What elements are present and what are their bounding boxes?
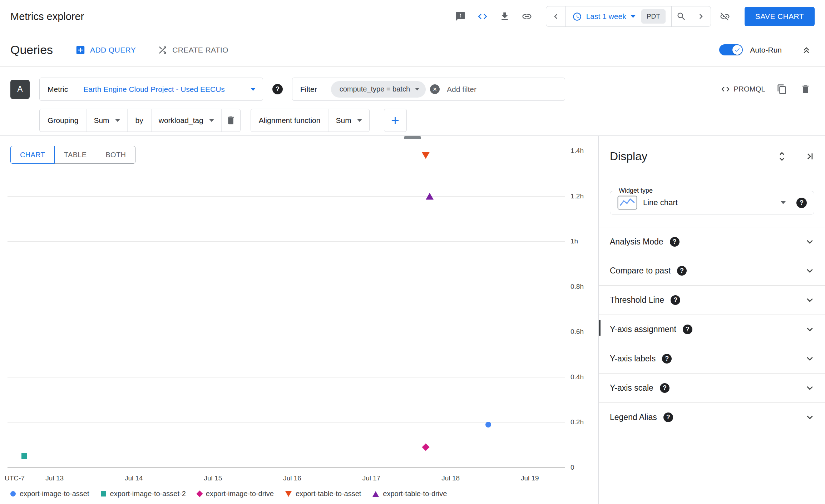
magnifier-icon[interactable] <box>672 6 691 26</box>
legend-item-export-image-to-asset-2[interactable]: export-image-to-asset-2 <box>101 490 186 498</box>
page-title: Metrics explorer <box>10 11 84 23</box>
time-next-button[interactable] <box>691 6 711 26</box>
x-axis-tick-label: Jul 15 <box>204 474 222 482</box>
tab-chart[interactable]: CHART <box>10 146 55 164</box>
help-icon[interactable] <box>670 237 680 247</box>
add-filter-input[interactable] <box>440 85 565 94</box>
save-chart-button[interactable]: SAVE CHART <box>745 7 815 26</box>
help-icon[interactable] <box>796 198 807 208</box>
link-off-icon[interactable] <box>717 8 733 25</box>
legend-label: export-image-to-drive <box>206 490 274 498</box>
y-axis-tick-label: 0.8h <box>570 283 584 291</box>
time-range-selector[interactable]: Last 1 week <box>566 6 639 26</box>
gridline <box>8 287 565 287</box>
alignment-select[interactable]: Sum <box>328 109 369 132</box>
x-axis-tick-label: Jul 16 <box>283 474 301 482</box>
help-icon[interactable] <box>663 412 673 422</box>
collapse-queries-icon[interactable] <box>798 42 815 58</box>
display-section-y-axis-scale[interactable]: Y-axis scale <box>599 374 825 403</box>
data-point-export-image-to-drive <box>422 443 429 451</box>
legend-item-export-table-to-asset[interactable]: export-table-to-asset <box>285 490 361 498</box>
triangle-up-marker-icon <box>372 491 379 497</box>
metric-value: Earth Engine Cloud Project - Used EECUs <box>83 85 225 94</box>
display-section-y-axis-assignment[interactable]: Y-axis assignment <box>599 315 825 344</box>
triangle-down-marker-icon <box>285 491 292 497</box>
display-section-y-axis-labels[interactable]: Y-axis labels <box>599 344 825 374</box>
help-icon[interactable] <box>683 325 692 334</box>
data-point-export-table-to-drive <box>426 193 434 199</box>
create-ratio-button[interactable]: CREATE RATIO <box>155 44 231 56</box>
tab-table[interactable]: TABLE <box>54 146 96 164</box>
display-panel-title: Display <box>610 150 647 163</box>
legend-item-export-table-to-drive[interactable]: export-table-to-drive <box>372 490 447 498</box>
square-marker-icon <box>101 491 106 496</box>
x-axis-tick-label: Jul 14 <box>125 474 143 482</box>
timezone-badge: PDT <box>641 9 666 24</box>
display-section-compare-to-past[interactable]: Compare to past <box>599 256 825 286</box>
chevron-down-icon <box>115 119 120 122</box>
resize-drag-handle[interactable] <box>404 136 421 139</box>
chevron-down-icon <box>357 119 362 122</box>
top-toolbar: Last 1 week PDT SAVE CHART <box>452 6 815 27</box>
link-icon[interactable] <box>519 8 535 25</box>
filter-chip[interactable]: compute_type = batch <box>331 81 426 98</box>
x-axis-tick-label: Jul 13 <box>45 474 64 482</box>
download-icon[interactable] <box>497 8 513 25</box>
chevron-down-icon <box>251 88 256 91</box>
gridline <box>8 468 565 468</box>
collapse-panel-icon[interactable] <box>799 148 816 164</box>
y-axis-tick-label: 0 <box>570 464 574 471</box>
code-icon[interactable] <box>474 8 491 25</box>
filter-control: Filter compute_type = batch <box>292 78 565 101</box>
auto-run-toggle[interactable] <box>719 44 743 55</box>
delete-query-icon[interactable] <box>796 80 815 99</box>
help-icon[interactable] <box>662 354 672 364</box>
x-axis-labels: UTC-7Jul 13Jul 14Jul 15Jul 16Jul 17Jul 1… <box>8 474 565 484</box>
unfold-more-icon[interactable] <box>774 148 790 164</box>
time-previous-button[interactable] <box>546 6 565 26</box>
display-panel: Display Widget type Line chart Analysis … <box>599 136 825 504</box>
x-axis-tick-label: Jul 17 <box>362 474 381 482</box>
alignment-control: Alignment function Sum <box>251 109 370 132</box>
chevron-down-icon[interactable] <box>804 411 816 423</box>
feedback-icon[interactable] <box>452 8 469 25</box>
chevron-down-icon[interactable] <box>804 265 816 277</box>
view-tabs: CHARTTABLEBOTH <box>10 146 135 164</box>
create-ratio-label: CREATE RATIO <box>172 46 228 54</box>
display-section-threshold-line[interactable]: Threshold Line <box>599 286 825 315</box>
chevron-down-icon[interactable] <box>804 294 816 306</box>
add-query-button[interactable]: ADD QUERY <box>73 44 138 56</box>
grouping-control: Grouping Sum by workload_tag <box>39 109 241 132</box>
chevron-down-icon[interactable] <box>804 353 816 365</box>
add-processing-step-button[interactable] <box>384 109 407 132</box>
remove-filter-icon[interactable] <box>430 84 440 94</box>
remove-grouping-icon[interactable] <box>222 111 240 130</box>
help-icon[interactable] <box>671 295 680 305</box>
legend-item-export-image-to-drive[interactable]: export-image-to-drive <box>197 490 274 498</box>
panel-scrollbar[interactable] <box>599 320 601 336</box>
grouping-value: Sum <box>94 116 109 125</box>
metric-select[interactable]: Earth Engine Cloud Project - Used EECUs <box>76 78 263 100</box>
tab-both[interactable]: BOTH <box>96 146 135 164</box>
plus-icon <box>389 114 401 126</box>
help-icon[interactable] <box>272 84 283 94</box>
chevron-down-icon[interactable] <box>804 382 816 394</box>
display-section-legend-alias[interactable]: Legend Alias <box>599 403 825 432</box>
group-by-select[interactable]: workload_tag <box>152 109 221 132</box>
chevron-down-icon[interactable] <box>804 323 816 335</box>
help-icon[interactable] <box>660 383 670 393</box>
metric-control: Metric Earth Engine Cloud Project - Used… <box>39 78 263 101</box>
duplicate-query-icon[interactable] <box>772 80 791 99</box>
section-label: Threshold Line <box>610 295 664 305</box>
widget-type-select[interactable]: Widget type Line chart <box>610 191 814 214</box>
help-icon[interactable] <box>677 266 687 276</box>
display-section-analysis-mode[interactable]: Analysis Mode <box>599 227 825 256</box>
promql-button[interactable]: PROMQL <box>718 84 767 94</box>
widget-type-value: Line chart <box>643 198 678 207</box>
grouping-select[interactable]: Sum <box>87 109 127 132</box>
y-axis-tick-label: 0.6h <box>570 328 584 336</box>
query-badge: A <box>10 80 30 99</box>
chevron-down-icon[interactable] <box>804 236 816 248</box>
y-axis-labels: 1.4h1.2h1h0.8h0.6h0.4h0.2h0 <box>570 151 597 468</box>
legend-item-export-image-to-asset[interactable]: export-image-to-asset <box>10 490 89 498</box>
